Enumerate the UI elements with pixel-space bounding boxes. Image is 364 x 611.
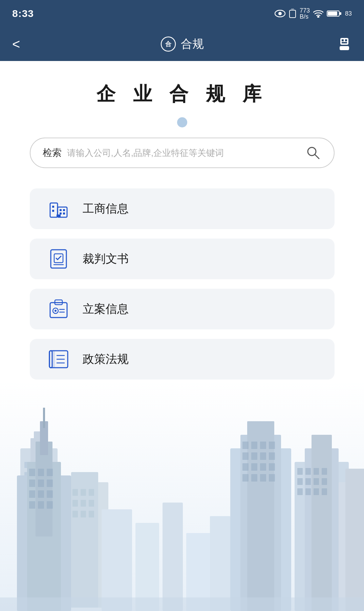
svg-point-4: [318, 16, 319, 18]
svg-rect-119: [297, 478, 303, 485]
case-icon: [47, 297, 70, 321]
svg-text:合: 合: [165, 41, 172, 47]
svg-rect-130: [210, 516, 230, 611]
svg-rect-105: [251, 463, 257, 471]
wifi-icon: [313, 9, 323, 18]
search-bar[interactable]: 检索 请输入公司,人名,品牌,企业特征等关键词: [30, 138, 335, 168]
svg-rect-90: [102, 509, 132, 611]
svg-rect-118: [322, 468, 327, 475]
menu-item-lian[interactable]: 立案信息: [30, 289, 335, 329]
battery-icon: [327, 10, 342, 17]
status-time: 8:33: [12, 8, 34, 19]
svg-rect-123: [297, 488, 303, 495]
svg-rect-88: [38, 501, 44, 509]
svg-rect-13: [342, 42, 347, 43]
svg-point-1: [278, 12, 282, 15]
svg-rect-99: [269, 442, 275, 449]
svg-rect-75: [36, 442, 52, 536]
battery-level: 83: [345, 11, 352, 17]
svg-rect-97: [251, 442, 257, 449]
building-icon: [47, 197, 70, 221]
svg-rect-125: [314, 488, 319, 495]
svg-rect-64: [89, 489, 94, 496]
svg-rect-110: [260, 474, 266, 482]
svg-rect-111: [269, 474, 275, 482]
svg-rect-67: [81, 500, 86, 507]
menu-item-zhengce[interactable]: 政策法规: [30, 339, 335, 380]
svg-rect-101: [251, 452, 257, 460]
svg-rect-108: [242, 474, 249, 482]
svg-rect-10: [340, 38, 348, 45]
status-icons: 773B/s 83: [275, 7, 352, 20]
svg-rect-12: [345, 39, 347, 41]
back-button[interactable]: <: [12, 37, 33, 52]
svg-rect-87: [29, 501, 35, 509]
svg-rect-92: [163, 503, 183, 611]
svg-rect-115: [297, 468, 303, 475]
svg-rect-21: [60, 209, 62, 211]
svg-rect-84: [29, 490, 35, 498]
svg-rect-20: [52, 210, 54, 212]
main-content: 企 业 合 规 库 检索 请输入公司,人名,品牌,企业特征等关键词: [0, 61, 364, 430]
menu-label-gongshang: 工商信息: [83, 201, 129, 217]
svg-rect-14: [340, 46, 349, 50]
svg-rect-85: [38, 490, 44, 498]
menu-item-caipan[interactable]: 裁判文书: [30, 239, 335, 279]
svg-rect-81: [29, 480, 35, 487]
svg-rect-2: [290, 10, 296, 18]
data-speed: 773B/s: [300, 7, 310, 20]
svg-rect-6: [328, 12, 337, 16]
svg-rect-79: [38, 469, 44, 476]
svg-rect-72: [89, 511, 94, 517]
svg-rect-25: [57, 215, 61, 217]
svg-rect-86: [47, 490, 53, 498]
svg-rect-83: [47, 480, 53, 487]
svg-rect-114: [312, 435, 332, 611]
svg-rect-106: [260, 463, 266, 471]
search-label: 检索: [43, 146, 62, 159]
menu-label-zhengce: 政策法规: [83, 351, 129, 367]
svg-point-32: [55, 310, 57, 312]
policy-icon: [47, 347, 70, 371]
judgment-icon: [47, 247, 70, 271]
svg-rect-109: [251, 474, 257, 482]
search-placeholder-text: 请输入公司,人名,品牌,企业特征等关键词: [67, 147, 299, 159]
svg-rect-98: [260, 442, 266, 449]
svg-rect-63: [81, 489, 86, 496]
svg-rect-62: [72, 489, 78, 496]
page-title: 企 业 合 规 库: [27, 81, 337, 107]
profile-icon[interactable]: [337, 37, 352, 52]
title-accent-dot: [177, 117, 187, 127]
svg-rect-11: [342, 39, 344, 41]
svg-rect-80: [47, 469, 53, 476]
search-icon-wrap[interactable]: [305, 144, 322, 161]
eye-icon: [275, 10, 285, 17]
svg-rect-22: [63, 209, 65, 211]
svg-rect-117: [314, 468, 319, 475]
svg-rect-124: [305, 488, 311, 495]
svg-rect-131: [0, 597, 364, 611]
svg-rect-121: [314, 478, 319, 485]
search-container: 检索 请输入公司,人名,品牌,企业特征等关键词: [30, 138, 335, 168]
svg-rect-96: [242, 442, 249, 449]
svg-rect-70: [72, 511, 78, 517]
svg-rect-116: [305, 468, 311, 475]
svg-rect-102: [260, 452, 266, 460]
svg-rect-71: [81, 511, 86, 517]
svg-rect-104: [242, 463, 249, 471]
svg-rect-7: [340, 12, 341, 15]
nav-bar: < 合 合规: [0, 27, 364, 61]
nav-title: 合 合规: [160, 36, 204, 52]
nav-title-text: 合规: [181, 36, 204, 52]
menu-label-caipan: 裁判文书: [83, 251, 129, 267]
svg-rect-122: [322, 478, 327, 485]
svg-rect-24: [63, 212, 65, 215]
svg-rect-82: [38, 480, 44, 487]
svg-rect-89: [47, 501, 53, 509]
menu-item-gongshang[interactable]: 工商信息: [30, 188, 335, 229]
svg-rect-128: [345, 469, 364, 611]
menu-label-lian: 立案信息: [83, 301, 129, 317]
svg-rect-120: [305, 478, 311, 485]
svg-line-16: [315, 155, 319, 159]
svg-rect-37: [49, 351, 52, 368]
